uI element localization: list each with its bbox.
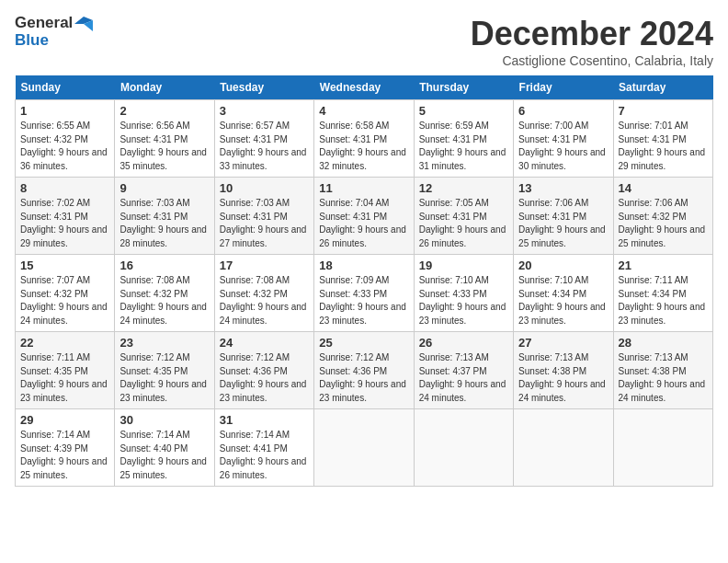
daylight-label: Daylight: 9 hours and 25 minutes.: [119, 456, 207, 480]
table-cell: 25 Sunrise: 7:12 AM Sunset: 4:36 PM Dayl…: [314, 332, 414, 409]
sunrise-label: Sunrise: 7:12 AM: [220, 352, 290, 362]
sunset-label: Sunset: 4:35 PM: [119, 366, 188, 376]
day-number: 20: [518, 259, 608, 272]
table-cell: 16 Sunrise: 7:08 AM Sunset: 4:32 PM Dayl…: [115, 255, 214, 332]
day-info: Sunrise: 7:08 AM Sunset: 4:32 PM Dayligh…: [220, 274, 309, 327]
table-cell: 27 Sunrise: 7:13 AM Sunset: 4:38 PM Dayl…: [514, 332, 613, 409]
table-cell: [514, 409, 613, 487]
location: Castiglione Cosentino, Calabria, Italy: [471, 53, 713, 68]
sunrise-label: Sunrise: 7:13 AM: [419, 352, 489, 362]
daylight-label: Daylight: 9 hours and 26 minutes.: [419, 224, 506, 248]
sunrise-label: Sunrise: 7:09 AM: [319, 275, 389, 285]
sunset-label: Sunset: 4:38 PM: [619, 366, 687, 376]
logo: General Blue: [15, 15, 93, 49]
daylight-label: Daylight: 9 hours and 26 minutes.: [220, 456, 307, 480]
sunset-label: Sunset: 4:41 PM: [220, 443, 288, 454]
sunset-label: Sunset: 4:31 PM: [319, 134, 387, 144]
day-number: 9: [119, 181, 209, 195]
sunset-label: Sunset: 4:35 PM: [20, 366, 88, 376]
sunset-label: Sunset: 4:31 PM: [419, 212, 487, 222]
calendar-week-row: 1 Sunrise: 6:55 AM Sunset: 4:32 PM Dayli…: [16, 100, 713, 178]
sunrise-label: Sunrise: 7:04 AM: [319, 198, 389, 208]
daylight-label: Daylight: 9 hours and 29 minutes.: [20, 224, 108, 248]
day-number: 13: [518, 181, 608, 195]
day-info: Sunrise: 6:56 AM Sunset: 4:31 PM Dayligh…: [119, 120, 209, 173]
sunrise-label: Sunrise: 7:01 AM: [619, 121, 688, 131]
calendar-body: 1 Sunrise: 6:55 AM Sunset: 4:32 PM Dayli…: [16, 100, 713, 487]
table-cell: 28 Sunrise: 7:13 AM Sunset: 4:38 PM Dayl…: [613, 332, 712, 409]
day-number: 7: [619, 104, 708, 118]
day-number: 25: [319, 336, 408, 350]
table-cell: 5 Sunrise: 6:59 AM Sunset: 4:31 PM Dayli…: [414, 100, 513, 178]
sunrise-label: Sunrise: 6:56 AM: [119, 121, 189, 131]
day-number: 19: [419, 259, 508, 272]
calendar-week-row: 29 Sunrise: 7:14 AM Sunset: 4:39 PM Dayl…: [16, 409, 713, 487]
sunset-label: Sunset: 4:36 PM: [220, 366, 288, 376]
daylight-label: Daylight: 9 hours and 23 minutes.: [518, 302, 606, 326]
sunset-label: Sunset: 4:31 PM: [518, 212, 586, 222]
sunset-label: Sunset: 4:33 PM: [419, 289, 487, 299]
table-cell: 21 Sunrise: 7:11 AM Sunset: 4:34 PM Dayl…: [613, 255, 712, 332]
sunset-label: Sunset: 4:31 PM: [20, 212, 88, 222]
sunrise-label: Sunrise: 7:11 AM: [619, 275, 688, 285]
day-number: 17: [220, 259, 309, 272]
day-info: Sunrise: 7:14 AM Sunset: 4:40 PM Dayligh…: [119, 429, 209, 482]
daylight-label: Daylight: 9 hours and 25 minutes.: [518, 224, 606, 248]
daylight-label: Daylight: 9 hours and 28 minutes.: [119, 224, 207, 248]
logo-bird-icon: [74, 17, 93, 31]
sunrise-label: Sunrise: 6:57 AM: [220, 121, 290, 131]
table-cell: 20 Sunrise: 7:10 AM Sunset: 4:34 PM Dayl…: [514, 255, 613, 332]
sunset-label: Sunset: 4:32 PM: [119, 289, 188, 299]
sunrise-label: Sunrise: 7:06 AM: [518, 198, 588, 208]
page-container: General Blue December 2024 Castiglione C…: [15, 15, 713, 487]
calendar-week-row: 15 Sunrise: 7:07 AM Sunset: 4:32 PM Dayl…: [16, 255, 713, 332]
day-info: Sunrise: 7:09 AM Sunset: 4:33 PM Dayligh…: [319, 274, 408, 327]
day-info: Sunrise: 7:11 AM Sunset: 4:34 PM Dayligh…: [619, 274, 708, 327]
daylight-label: Daylight: 9 hours and 27 minutes.: [220, 224, 307, 248]
logo-text: General Blue: [15, 15, 93, 49]
daylight-label: Daylight: 9 hours and 36 minutes.: [20, 147, 108, 171]
sunset-label: Sunset: 4:37 PM: [419, 366, 487, 376]
sunset-label: Sunset: 4:40 PM: [119, 443, 188, 454]
daylight-label: Daylight: 9 hours and 23 minutes.: [220, 379, 307, 403]
calendar-header-row: Sunday Monday Tuesday Wednesday Thursday…: [16, 75, 713, 100]
table-cell: 6 Sunrise: 7:00 AM Sunset: 4:31 PM Dayli…: [514, 100, 613, 178]
sunset-label: Sunset: 4:31 PM: [419, 134, 487, 144]
day-number: 4: [319, 104, 408, 118]
day-info: Sunrise: 7:00 AM Sunset: 4:31 PM Dayligh…: [518, 120, 608, 173]
day-number: 3: [220, 104, 309, 118]
day-number: 12: [419, 181, 508, 195]
sunrise-label: Sunrise: 7:14 AM: [220, 430, 290, 440]
calendar-table: Sunday Monday Tuesday Wednesday Thursday…: [15, 75, 713, 487]
title-block: December 2024 Castiglione Cosentino, Cal…: [471, 15, 713, 68]
day-info: Sunrise: 7:12 AM Sunset: 4:36 PM Dayligh…: [220, 351, 309, 405]
sunrise-label: Sunrise: 7:14 AM: [119, 430, 189, 440]
sunrise-label: Sunrise: 7:02 AM: [20, 198, 90, 208]
calendar-week-row: 22 Sunrise: 7:11 AM Sunset: 4:35 PM Dayl…: [16, 332, 713, 409]
table-cell: 4 Sunrise: 6:58 AM Sunset: 4:31 PM Dayli…: [314, 100, 414, 178]
day-number: 14: [619, 181, 708, 195]
table-cell: 23 Sunrise: 7:12 AM Sunset: 4:35 PM Dayl…: [115, 332, 214, 409]
col-thursday: Thursday: [414, 75, 513, 100]
table-cell: 3 Sunrise: 6:57 AM Sunset: 4:31 PM Dayli…: [214, 100, 313, 178]
day-number: 29: [20, 413, 109, 427]
sunrise-label: Sunrise: 7:13 AM: [518, 352, 588, 362]
table-cell: 19 Sunrise: 7:10 AM Sunset: 4:33 PM Dayl…: [414, 255, 513, 332]
day-number: 30: [119, 413, 209, 427]
daylight-label: Daylight: 9 hours and 24 minutes.: [419, 379, 506, 403]
sunset-label: Sunset: 4:32 PM: [20, 134, 88, 144]
sunset-label: Sunset: 4:31 PM: [319, 212, 387, 222]
daylight-label: Daylight: 9 hours and 29 minutes.: [619, 147, 706, 171]
day-info: Sunrise: 7:13 AM Sunset: 4:37 PM Dayligh…: [419, 351, 508, 405]
day-info: Sunrise: 7:05 AM Sunset: 4:31 PM Dayligh…: [419, 197, 508, 250]
day-number: 31: [220, 413, 309, 427]
col-monday: Monday: [115, 75, 214, 100]
day-number: 11: [319, 181, 408, 195]
sunset-label: Sunset: 4:33 PM: [319, 289, 387, 299]
day-number: 2: [119, 104, 209, 118]
day-info: Sunrise: 7:03 AM Sunset: 4:31 PM Dayligh…: [119, 197, 209, 250]
daylight-label: Daylight: 9 hours and 33 minutes.: [220, 147, 307, 171]
month-title: December 2024: [471, 15, 713, 53]
day-number: 24: [220, 336, 309, 350]
table-cell: 15 Sunrise: 7:07 AM Sunset: 4:32 PM Dayl…: [16, 255, 115, 332]
